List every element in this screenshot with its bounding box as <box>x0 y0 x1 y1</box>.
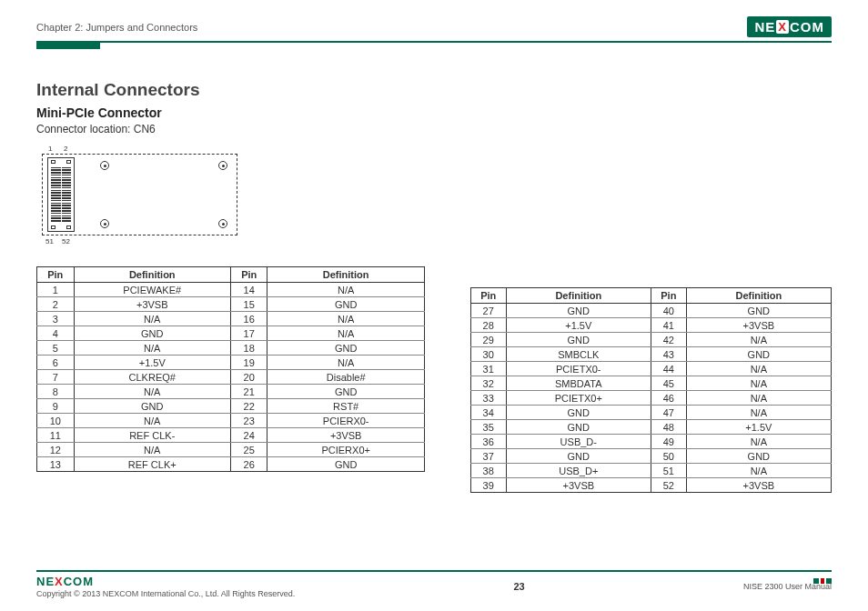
cell-def2: RST# <box>267 399 424 414</box>
connector-location: Connector location: CN6 <box>36 123 425 135</box>
cell-pin2: 47 <box>651 406 687 420</box>
table-row: 32SMBDATA45N/A <box>470 376 831 391</box>
cell-def: PCIEWAKE# <box>74 283 230 297</box>
cell-pin: 34 <box>470 406 506 420</box>
header-accent <box>36 42 100 49</box>
cell-pin2: 43 <box>651 347 687 362</box>
cell-pin: 29 <box>470 333 506 347</box>
cell-pin: 4 <box>37 326 75 341</box>
cell-def: GND <box>506 333 651 347</box>
cell-def: GND <box>506 420 651 435</box>
cell-def2: GND <box>686 304 831 318</box>
cell-pin: 10 <box>37 414 75 428</box>
cell-pin: 7 <box>37 370 75 385</box>
cell-pin: 5 <box>37 341 75 356</box>
cell-pin2: 50 <box>651 449 687 464</box>
page-title: Internal Connectors <box>36 80 425 100</box>
cell-def2: N/A <box>686 333 831 347</box>
table-row: 10N/A23PCIERX0- <box>37 414 425 428</box>
cell-def: REF CLK- <box>74 428 230 443</box>
pin-table-1: Pin Definition Pin Definition 1PCIEWAKE#… <box>36 266 425 472</box>
table-row: 8N/A21GND <box>37 385 425 399</box>
cell-def: +1.5V <box>506 318 651 333</box>
cell-def: REF CLK+ <box>74 457 230 472</box>
pin-label-2: 2 <box>64 145 67 153</box>
cell-pin2: 48 <box>651 420 687 435</box>
cell-pin: 36 <box>470 435 506 449</box>
cell-def: +3VSB <box>74 297 230 312</box>
cell-def2: GND <box>267 457 424 472</box>
table-row: 6+1.5V19N/A <box>37 356 425 370</box>
cell-def2: GND <box>686 347 831 362</box>
cell-pin: 8 <box>37 385 75 399</box>
cell-pin2: 40 <box>651 304 687 318</box>
cell-def: N/A <box>74 312 230 326</box>
th-def: Definition <box>74 267 230 283</box>
section-title: Mini-PCIe Connector <box>36 105 425 120</box>
th-pin: Pin <box>230 267 267 283</box>
footer: NEXCOM Copyright © 2013 NEXCOM Internati… <box>36 570 832 598</box>
cell-pin2: 51 <box>651 464 687 478</box>
table-row: 38USB_D+51N/A <box>470 464 831 478</box>
cell-pin2: 19 <box>230 356 267 370</box>
table-row: 3N/A16N/A <box>37 312 425 326</box>
cell-def: SMBCLK <box>506 347 651 362</box>
cell-pin2: 23 <box>230 414 267 428</box>
table-row: 9GND22RST# <box>37 399 425 414</box>
cell-def: N/A <box>74 443 230 457</box>
cell-def2: Disable# <box>267 370 424 385</box>
cell-pin: 30 <box>470 347 506 362</box>
cell-def2: GND <box>686 449 831 464</box>
cell-pin: 27 <box>470 304 506 318</box>
cell-def: USB_D- <box>506 435 651 449</box>
th-def: Definition <box>506 288 651 304</box>
cell-pin: 1 <box>37 283 75 297</box>
table-row: 2+3VSB15GND <box>37 297 425 312</box>
cell-pin2: 44 <box>651 362 687 376</box>
pin-strip <box>47 157 75 232</box>
cell-def2: N/A <box>267 312 424 326</box>
cell-pin2: 20 <box>230 370 267 385</box>
cell-pin2: 18 <box>230 341 267 356</box>
cell-def: N/A <box>74 385 230 399</box>
right-column: Pin Definition Pin Definition 27GND40GND… <box>470 80 832 493</box>
chapter-title: Chapter 2: Jumpers and Connectors <box>36 22 197 33</box>
table-row: 33PCIETX0+46N/A <box>470 391 831 406</box>
cell-pin: 35 <box>470 420 506 435</box>
cell-pin2: 45 <box>651 376 687 391</box>
cell-pin2: 46 <box>651 391 687 406</box>
cell-pin2: 24 <box>230 428 267 443</box>
copyright: Copyright © 2013 NEXCOM International Co… <box>36 589 295 598</box>
cell-def: GND <box>506 449 651 464</box>
mounting-hole-icon <box>100 161 109 170</box>
cell-pin2: 21 <box>230 385 267 399</box>
cell-def: CLKREQ# <box>74 370 230 385</box>
table-row: 34GND47N/A <box>470 406 831 420</box>
cell-pin: 28 <box>470 318 506 333</box>
cell-def: +1.5V <box>74 356 230 370</box>
cell-pin: 32 <box>470 376 506 391</box>
cell-def2: N/A <box>267 356 424 370</box>
logo-top: NEXCOM <box>747 16 832 37</box>
cell-def2: N/A <box>267 283 424 297</box>
cell-def: GND <box>506 406 651 420</box>
mounting-hole-icon <box>100 219 109 228</box>
cell-def2: +3VSB <box>686 478 831 493</box>
cell-pin2: 14 <box>230 283 267 297</box>
cell-def: PCIETX0- <box>506 362 651 376</box>
cell-def2: GND <box>267 297 424 312</box>
cell-def2: +3VSB <box>686 318 831 333</box>
cell-def2: GND <box>267 341 424 356</box>
cell-def: N/A <box>74 414 230 428</box>
connector-diagram: 1 2 51 52 <box>36 145 241 254</box>
cell-pin2: 15 <box>230 297 267 312</box>
th-def: Definition <box>686 288 831 304</box>
cell-def: +3VSB <box>506 478 651 493</box>
table-row: 1PCIEWAKE#14N/A <box>37 283 425 297</box>
cell-def: USB_D+ <box>506 464 651 478</box>
cell-def: N/A <box>74 341 230 356</box>
table-row: 12N/A25PCIERX0+ <box>37 443 425 457</box>
cell-def2: PCIERX0+ <box>267 443 424 457</box>
main-content: Internal Connectors Mini-PCIe Connector … <box>36 80 832 493</box>
table-row: 27GND40GND <box>470 304 831 318</box>
